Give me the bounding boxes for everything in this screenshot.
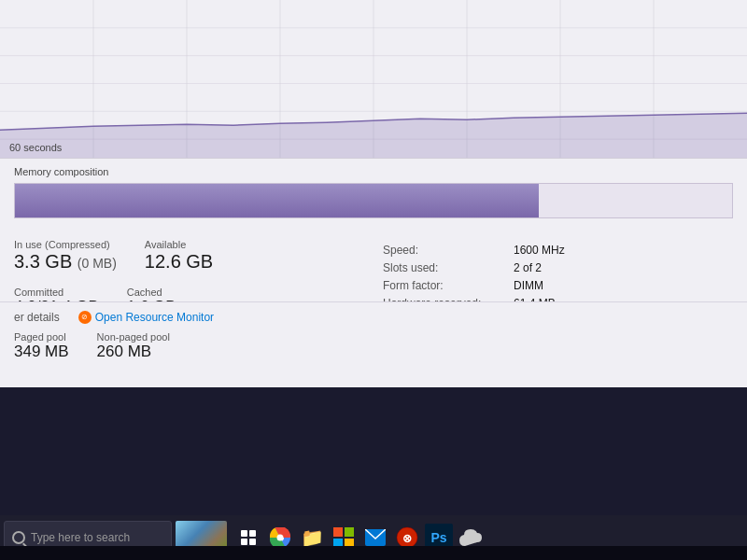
graph-time-label: 60 seconds xyxy=(9,142,62,153)
paged-pool-label: Paged pool xyxy=(14,331,69,343)
available-label: Available xyxy=(145,239,213,250)
task-manager-memory-panel: 60 seconds Memory composition In use (Co… xyxy=(0,0,747,387)
slots-value: 2 of 2 xyxy=(514,261,542,274)
paged-pool-value: 349 MB xyxy=(14,343,69,361)
svg-rect-15 xyxy=(241,539,247,545)
in-use-value: 3.3 GB (0 MB) xyxy=(14,251,117,272)
svg-rect-21 xyxy=(345,527,354,537)
composition-bar-fill xyxy=(15,184,539,217)
non-paged-pool-value: 260 MB xyxy=(97,343,170,361)
cached-label: Cached xyxy=(127,287,176,298)
svg-point-19 xyxy=(277,535,284,541)
ps-icon: Ps xyxy=(430,530,446,545)
speed-label: Speed: xyxy=(383,244,514,257)
bottom-links-bar: er details ⊘ Open Resource Monitor xyxy=(0,301,747,331)
composition-bar xyxy=(14,183,733,218)
svg-text:⊗: ⊗ xyxy=(402,532,412,545)
paged-pool-stat: Paged pool 349 MB xyxy=(14,331,69,361)
available-value: 12.6 GB xyxy=(145,251,213,272)
non-paged-pool-stat: Non-paged pool 260 MB xyxy=(97,331,170,361)
form-factor-row: Form factor: DIMM xyxy=(383,279,733,292)
resource-monitor-icon: ⊘ xyxy=(78,311,92,324)
details-link-text: er details xyxy=(14,311,60,324)
svg-rect-13 xyxy=(241,530,247,537)
slots-row: Slots used: 2 of 2 xyxy=(383,261,733,274)
slots-label: Slots used: xyxy=(383,261,514,274)
form-factor-value: DIMM xyxy=(514,279,543,292)
committed-label: Committed xyxy=(14,287,99,298)
pool-row: Paged pool 349 MB Non-paged pool 260 MB xyxy=(14,331,364,369)
memory-graph-svg xyxy=(0,0,747,158)
in-use-available-row: In use (Compressed) 3.3 GB (0 MB) Availa… xyxy=(14,239,364,279)
svg-rect-14 xyxy=(249,530,256,537)
search-icon xyxy=(12,531,25,544)
speed-row: Speed: 1600 MHz xyxy=(383,244,733,257)
memory-graph-area: 60 seconds xyxy=(0,0,747,159)
composition-section: Memory composition xyxy=(0,159,747,228)
available-stat: Available 12.6 GB xyxy=(145,239,213,272)
speed-value: 1600 MHz xyxy=(514,244,565,257)
svg-rect-16 xyxy=(249,539,256,545)
composition-title: Memory composition xyxy=(14,166,733,177)
search-placeholder-text: Type here to search xyxy=(31,531,130,544)
open-resource-monitor-link[interactable]: ⊘ Open Resource Monitor xyxy=(78,311,214,324)
svg-rect-20 xyxy=(333,527,343,537)
form-factor-label: Form factor: xyxy=(383,279,514,292)
in-use-label: In use (Compressed) xyxy=(14,239,117,250)
in-use-stat: In use (Compressed) 3.3 GB (0 MB) xyxy=(14,239,117,272)
bottom-dark-edge xyxy=(0,546,747,560)
non-paged-pool-label: Non-paged pool xyxy=(97,331,170,343)
